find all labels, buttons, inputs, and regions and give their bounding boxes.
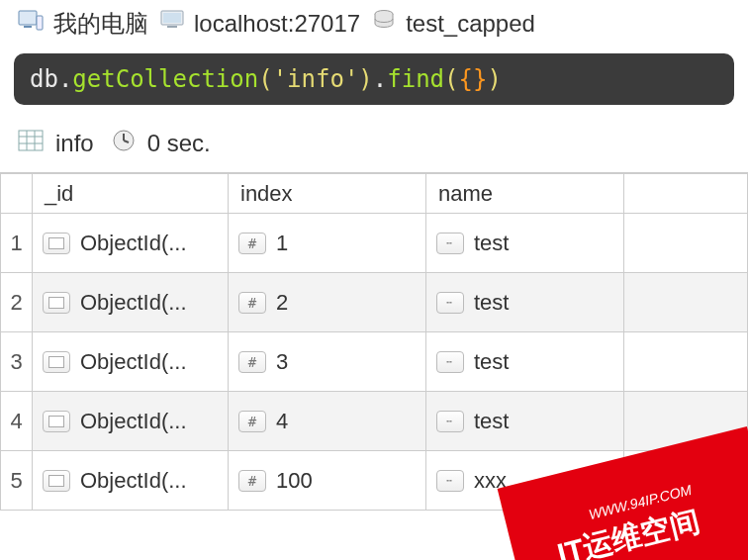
number-type-icon (238, 351, 266, 373)
breadcrumb-host[interactable]: localhost:27017 (160, 10, 360, 38)
number-type-icon (238, 292, 266, 314)
name-cell[interactable]: test (426, 332, 624, 392)
string-type-icon (436, 292, 464, 314)
index-cell[interactable]: 100 (229, 451, 426, 511)
header-index[interactable]: index (229, 174, 426, 214)
table-row[interactable]: 1ObjectId(...1test (1, 214, 748, 273)
computer-icon (18, 10, 44, 38)
svg-rect-0 (19, 11, 37, 25)
number-type-icon (238, 233, 266, 254)
breadcrumb-computer-label: 我的电脑 (53, 8, 148, 40)
id-cell[interactable]: ObjectId(... (33, 392, 229, 451)
id-cell[interactable]: ObjectId(... (33, 273, 229, 332)
index-value: 4 (276, 409, 288, 434)
name-cell[interactable]: test (426, 273, 624, 332)
svg-rect-1 (24, 26, 32, 28)
svg-rect-7 (19, 131, 43, 150)
string-type-icon (436, 470, 464, 492)
name-cell[interactable]: test (426, 392, 624, 451)
index-value: 3 (276, 349, 288, 375)
name-value: test (474, 349, 509, 375)
object-type-icon (43, 351, 70, 373)
breadcrumb-database[interactable]: test_capped (372, 9, 535, 39)
header-empty (624, 174, 748, 214)
name-value: test (474, 290, 509, 316)
query-input[interactable]: db.getCollection('info').find({}) (14, 53, 734, 105)
server-icon (160, 10, 184, 38)
table-row[interactable]: 3ObjectId(...3test (1, 332, 748, 392)
empty-cell (624, 214, 748, 273)
header-rownum[interactable] (1, 174, 33, 214)
string-type-icon (436, 411, 464, 432)
rownum-cell: 4 (1, 392, 33, 451)
string-type-icon (436, 351, 464, 373)
number-type-icon (238, 470, 266, 492)
index-value: 1 (276, 231, 288, 256)
id-value: ObjectId(... (80, 468, 187, 494)
id-cell[interactable]: ObjectId(... (33, 214, 229, 273)
id-value: ObjectId(... (80, 409, 187, 434)
svg-rect-5 (167, 26, 177, 28)
header-id[interactable]: _id (33, 174, 229, 214)
index-value: 100 (276, 468, 313, 494)
object-type-icon (43, 292, 70, 314)
breadcrumb-computer[interactable]: 我的电脑 (18, 8, 148, 40)
table-row[interactable]: 2ObjectId(...2test (1, 273, 748, 332)
table-row[interactable]: 4ObjectId(...4test (1, 392, 748, 451)
rownum-cell: 2 (1, 273, 33, 332)
index-cell[interactable]: 4 (229, 392, 426, 451)
rownum-cell: 5 (1, 451, 33, 511)
empty-cell (624, 273, 748, 332)
id-value: ObjectId(... (80, 349, 187, 375)
object-type-icon (43, 233, 70, 254)
clock-icon (112, 129, 136, 158)
id-cell[interactable]: ObjectId(... (33, 451, 229, 511)
breadcrumb: 我的电脑 localhost:27017 test_capped (0, 0, 748, 49)
string-type-icon (436, 233, 464, 254)
rownum-cell: 3 (1, 332, 33, 392)
name-cell[interactable]: test (426, 214, 624, 273)
svg-rect-2 (37, 16, 43, 30)
object-type-icon (43, 470, 70, 492)
table-icon (18, 130, 44, 157)
id-value: ObjectId(... (80, 231, 187, 256)
index-cell[interactable]: 3 (229, 332, 426, 392)
empty-cell (624, 332, 748, 392)
name-value: test (474, 231, 509, 256)
index-value: 2 (276, 290, 288, 316)
rownum-cell: 1 (1, 214, 33, 273)
header-row: _id index name (1, 174, 748, 214)
number-type-icon (238, 411, 266, 432)
svg-rect-4 (163, 13, 181, 23)
result-collection-name: info (55, 130, 94, 157)
breadcrumb-host-label: localhost:27017 (194, 10, 360, 38)
result-timing: 0 sec. (147, 130, 211, 157)
object-type-icon (43, 411, 70, 432)
id-cell[interactable]: ObjectId(... (33, 332, 229, 392)
index-cell[interactable]: 1 (229, 214, 426, 273)
breadcrumb-db-label: test_capped (406, 10, 535, 38)
name-value: test (474, 409, 509, 434)
index-cell[interactable]: 2 (229, 273, 426, 332)
database-icon (372, 9, 396, 39)
id-value: ObjectId(... (80, 290, 187, 316)
result-info-bar: info 0 sec. (0, 115, 748, 173)
header-name[interactable]: name (426, 174, 624, 214)
